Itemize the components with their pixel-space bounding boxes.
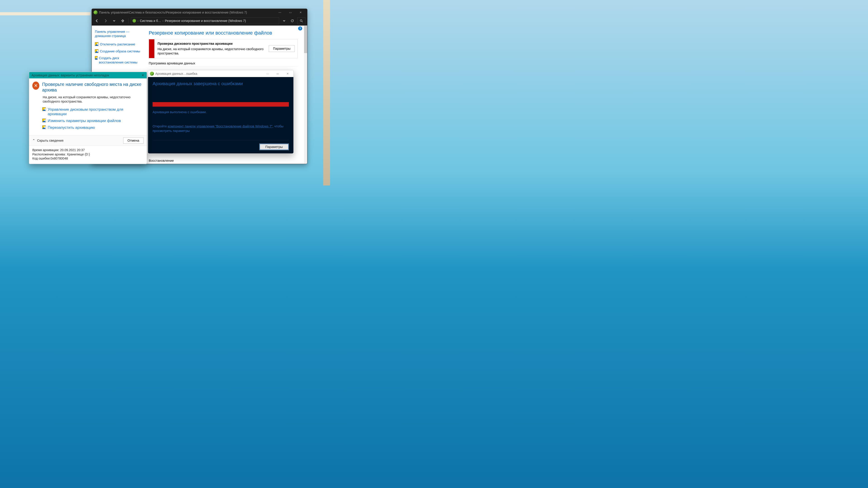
error-status-line: Архивация выполнена с ошибками.: [153, 110, 289, 114]
error-heading: Архивация данных завершена с ошибками: [153, 81, 289, 86]
svg-point-0: [300, 20, 302, 22]
chevron-up-icon: ⌃: [32, 139, 35, 142]
options-button[interactable]: Параметры: [259, 143, 289, 150]
sidebar-link-label: Создать диск восстановления системы: [99, 56, 141, 65]
address-bar: › Система и б… › Резервное копирование и…: [92, 16, 307, 26]
close-button[interactable]: ✕: [141, 73, 145, 77]
maximize-button[interactable]: ▭: [273, 70, 283, 77]
minimize-button[interactable]: —: [275, 9, 285, 16]
sidebar-link-schedule-off[interactable]: Отключить расписание: [95, 42, 141, 46]
control-panel-home-link[interactable]: Панель управления — домашняя страница: [95, 30, 141, 38]
action-restart-backup[interactable]: Перезапустить архивацию: [42, 125, 143, 130]
cancel-button[interactable]: Отмена: [123, 137, 144, 144]
shield-icon: [95, 42, 98, 46]
open-control-panel-link[interactable]: компонент панели управления "Восстановле…: [168, 125, 272, 128]
hide-details-toggle[interactable]: ⌃ Скрыть сведения: [32, 139, 64, 142]
maximize-button[interactable]: ▭: [285, 9, 296, 16]
troubleshoot-body: На диске, на который сохраняются архивы,…: [29, 95, 147, 106]
detail-value: 0x80780048: [51, 157, 68, 160]
sidebar-link-system-image[interactable]: Создание образа системы: [95, 49, 141, 54]
forward-button[interactable]: [102, 18, 109, 24]
disk-space-alert: Проверка дискового пространства архиваци…: [149, 39, 298, 58]
back-button[interactable]: [94, 18, 100, 24]
dialog-title: Архивация данных: варианты устранения не…: [31, 73, 109, 77]
window-title: Панель управления\Система и безопасность…: [99, 11, 275, 14]
action-label: Изменить параметры архивации файлов: [48, 119, 121, 123]
app-icon: [150, 72, 154, 76]
close-button[interactable]: ✕: [296, 9, 306, 16]
action-manage-disk-space[interactable]: Управление дисковым пространством для ар…: [42, 107, 143, 116]
titlebar[interactable]: Архивация данных: варианты устранения не…: [29, 72, 147, 78]
error-icon: ✕: [32, 82, 39, 90]
detail-backup-time: Время архивации: 20.09.2021 20:37: [32, 148, 144, 152]
troubleshoot-dialog: Архивация данных: варианты устранения не…: [29, 72, 147, 164]
chevron-right-icon: ›: [137, 19, 138, 23]
detail-value: Хранилище (D:): [67, 153, 90, 156]
details-panel: Время архивации: 20.09.2021 20:37 Распол…: [29, 145, 147, 164]
help-icon[interactable]: ?: [298, 26, 302, 31]
refresh-button[interactable]: [289, 18, 296, 24]
alert-body: На диске, на который сохраняются архивы,…: [158, 47, 266, 56]
titlebar[interactable]: Архивация данных…ошибка — ▭ ✕: [148, 70, 293, 77]
shield-icon: [42, 107, 46, 111]
error-open-line: Откройте компонент панели управления "Во…: [153, 124, 289, 133]
backup-error-dialog: Архивация данных…ошибка — ▭ ✕ Архивация …: [148, 70, 293, 154]
restore-heading: Восстановление: [149, 159, 174, 162]
action-change-backup-settings[interactable]: Изменить параметры архивации файлов: [42, 119, 143, 123]
detail-label: Расположение архива:: [32, 153, 67, 156]
troubleshoot-heading: Проверьте наличие свободного места на ди…: [42, 82, 143, 93]
sidebar-link-label: Создание образа системы: [100, 49, 140, 54]
alert-options-button[interactable]: Параметры: [269, 45, 295, 52]
section-heading: Программа архивации данных: [149, 61, 298, 65]
error-progress-bar: [153, 102, 289, 107]
search-input[interactable]: [297, 18, 305, 24]
page-heading: Резервное копирование или восстановление…: [149, 30, 298, 36]
path-icon: [132, 19, 136, 23]
shield-icon: [42, 119, 46, 122]
close-button[interactable]: ✕: [283, 70, 292, 77]
shield-icon: [42, 125, 46, 129]
scrollbar-thumb[interactable]: [304, 26, 307, 53]
action-label: Перезапустить архивацию: [48, 125, 95, 130]
detail-label: Код ошибки:: [32, 157, 51, 160]
titlebar[interactable]: Панель управления\Система и безопасность…: [92, 9, 307, 16]
alert-title: Проверка дискового пространства архиваци…: [158, 41, 266, 46]
hide-details-label: Скрыть сведения: [37, 139, 64, 142]
alert-severity-bar: [149, 39, 154, 58]
detail-error-code: Код ошибки:0x80780048: [32, 156, 144, 161]
section-divider: [149, 66, 298, 67]
app-icon: [94, 10, 98, 14]
detail-label: Время архивации:: [32, 148, 60, 152]
action-label: Управление дисковым пространством для ар…: [48, 107, 143, 116]
detail-backup-location: Расположение архива: Хранилище (D:): [32, 152, 144, 157]
minimize-button[interactable]: —: [263, 70, 273, 77]
path-dropdown-button[interactable]: [281, 18, 287, 24]
up-button[interactable]: [119, 18, 126, 24]
sidebar-link-recovery-disc[interactable]: Создать диск восстановления системы: [95, 56, 141, 65]
open-prefix: Откройте: [153, 125, 168, 128]
dialog-title: Архивация данных…ошибка: [155, 72, 263, 75]
detail-value: 20.09.2021 20:37: [60, 148, 85, 152]
vertical-scrollbar[interactable]: [304, 26, 307, 164]
breadcrumb-item[interactable]: Система и б…: [140, 19, 161, 23]
breadcrumb-item[interactable]: Резервное копирование и восстановление (…: [165, 19, 246, 23]
recent-dropdown-button[interactable]: [111, 18, 118, 24]
chevron-right-icon: ›: [162, 19, 164, 23]
sidebar-link-label: Отключить расписание: [100, 42, 135, 46]
shield-icon: [95, 56, 98, 60]
breadcrumb[interactable]: › Система и б… › Резервное копирование и…: [131, 18, 279, 24]
shield-icon: [95, 49, 98, 53]
